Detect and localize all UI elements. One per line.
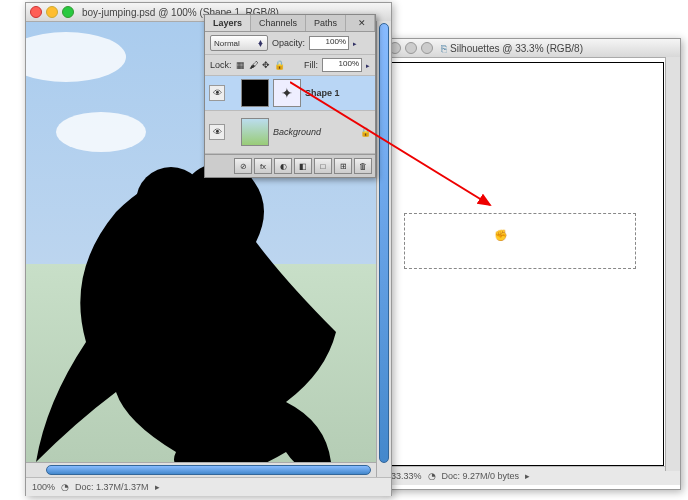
document-window-silhouettes[interactable]: ⎘ Silhouettes @ 33.3% (RGB/8) ✊ 33.33% ◔…: [384, 38, 681, 490]
drag-target-outline: [404, 213, 636, 269]
panel-buttons: ⊘ fx ◐ ◧ □ ⊞ 🗑: [205, 154, 375, 177]
lock-paint-icon[interactable]: 🖌: [249, 60, 258, 70]
visibility-toggle[interactable]: 👁: [209, 85, 225, 101]
tab-paths[interactable]: Paths: [306, 15, 346, 31]
layer-name[interactable]: Background: [273, 127, 321, 137]
tab-channels[interactable]: Channels: [251, 15, 306, 31]
minimize-icon[interactable]: [46, 6, 58, 18]
close-icon[interactable]: [30, 6, 42, 18]
lock-move-icon[interactable]: ✥: [262, 60, 270, 70]
window-title: Silhouettes @ 33.3% (RGB/8): [450, 43, 583, 54]
layer-thumb[interactable]: [241, 118, 269, 146]
blend-mode-select[interactable]: Normal▲▼: [210, 35, 268, 51]
svg-point-0: [136, 167, 206, 237]
lock-row: Lock: ▦ 🖌 ✥ 🔒 Fill: 100%▸: [205, 55, 375, 76]
zoom-value[interactable]: 100%: [32, 482, 55, 492]
layer-name[interactable]: Shape 1: [305, 88, 340, 98]
status-bar: 100% ◔ Doc: 1.37M/1.37M ▸: [26, 477, 391, 496]
canvas[interactable]: ✊: [389, 62, 664, 466]
preview-icon[interactable]: ◔: [61, 482, 69, 492]
fill-label: Fill:: [304, 60, 318, 70]
vector-thumb[interactable]: ✦: [273, 79, 301, 107]
layer-background[interactable]: 👁 Background 🔒: [205, 111, 375, 154]
lock-transparent-icon[interactable]: ▦: [236, 60, 245, 70]
fx-icon[interactable]: fx: [254, 158, 272, 174]
doc-icon: ⎘: [441, 43, 447, 54]
close-panel-icon[interactable]: ✕: [350, 15, 375, 31]
new-layer-icon[interactable]: ⊞: [334, 158, 352, 174]
grab-cursor-icon: ✊: [494, 229, 508, 242]
lock-label: Lock:: [210, 60, 232, 70]
doc-size: Doc: 1.37M/1.37M: [75, 482, 149, 492]
opacity-label: Opacity:: [272, 38, 305, 48]
doc-size: Doc: 9.27M/0 bytes: [442, 471, 520, 481]
scrollbar-horizontal[interactable]: [26, 462, 391, 477]
panel-tabs: Layers Channels Paths ✕: [205, 15, 375, 32]
trash-icon[interactable]: 🗑: [354, 158, 372, 174]
scrollbar-vertical[interactable]: [376, 21, 391, 477]
silhouette-shape: [26, 142, 381, 462]
fill-input[interactable]: 100%: [322, 58, 362, 72]
visibility-toggle[interactable]: 👁: [209, 124, 225, 140]
status-bar: 33.33% ◔ Doc: 9.27M/0 bytes ▸: [385, 466, 680, 485]
tab-layers[interactable]: Layers: [205, 15, 251, 31]
mask-thumb[interactable]: [241, 79, 269, 107]
zoom-value[interactable]: 33.33%: [391, 471, 422, 481]
chevron-right-icon[interactable]: ▸: [525, 471, 530, 481]
chevron-right-icon[interactable]: ▸: [155, 482, 160, 492]
zoom-icon[interactable]: [62, 6, 74, 18]
layers-panel[interactable]: Layers Channels Paths ✕ Normal▲▼ Opacity…: [204, 14, 376, 178]
zoom-icon[interactable]: [421, 42, 433, 54]
link-icon[interactable]: ⊘: [234, 158, 252, 174]
adjustment-icon[interactable]: ◧: [294, 158, 312, 174]
mask-icon[interactable]: ◐: [274, 158, 292, 174]
lock-all-icon[interactable]: 🔒: [274, 60, 285, 70]
lock-icon: 🔒: [360, 127, 371, 137]
titlebar[interactable]: ⎘ Silhouettes @ 33.3% (RGB/8): [385, 39, 680, 58]
preview-icon[interactable]: ◔: [428, 471, 436, 481]
group-icon[interactable]: □: [314, 158, 332, 174]
layer-shape1[interactable]: 👁 ✦ Shape 1: [205, 76, 375, 111]
opacity-input[interactable]: 100%: [309, 36, 349, 50]
minimize-icon[interactable]: [405, 42, 417, 54]
blend-row: Normal▲▼ Opacity: 100%▸: [205, 32, 375, 55]
scrollbar-vertical[interactable]: [665, 57, 680, 471]
